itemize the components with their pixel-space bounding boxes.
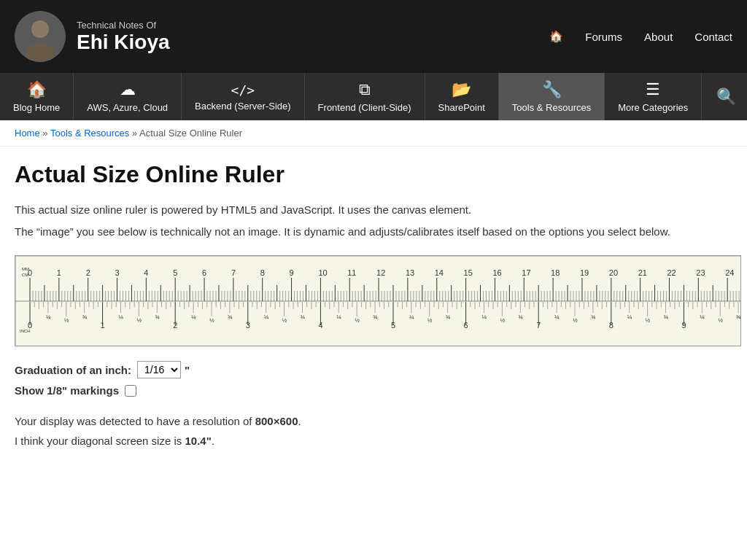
svg-text:1: 1 [101,321,105,330]
svg-text:¾: ¾ [518,314,523,320]
svg-text:¼: ¼ [191,314,196,320]
nav-frontend[interactable]: ⧉ Frontend (Client-Side) [305,73,425,120]
svg-text:¼: ¼ [482,314,487,320]
nav-more-categories[interactable]: ☰ More Categories [605,73,702,120]
svg-text:3: 3 [115,268,120,277]
nav-blog-home-label: Blog Home [13,102,60,113]
svg-text:0: 0 [28,268,32,277]
graduation-row: Graduation of an inch: 1/2 1/4 1/8 1/16 … [15,361,722,378]
svg-text:11: 11 [347,268,356,277]
nav-sharepoint[interactable]: 📂 SharePoint [425,73,499,120]
svg-text:17: 17 [522,268,530,277]
svg-text:5: 5 [391,321,395,330]
diagonal-text: I think your diagonal screen size is [15,435,185,447]
svg-text:22: 22 [667,268,676,277]
svg-text:¾: ¾ [373,314,378,320]
svg-text:½: ½ [64,317,69,324]
graduation-label: Graduation of an inch: [15,364,131,376]
header-forums-link[interactable]: Forums [585,31,622,43]
resolution-text: Your display was detected to have a reso… [15,415,255,427]
svg-text:¼: ¼ [700,314,705,320]
frontend-icon: ⧉ [359,80,371,99]
svg-text:10: 10 [318,268,327,277]
ruler-svg: MM CM INCH 01234567891011121314151617181… [15,256,741,346]
header-contact-link[interactable]: Contact [694,31,732,43]
breadcrumb-sep1: » [42,128,50,139]
svg-text:23: 23 [696,268,705,277]
svg-text:½: ½ [573,317,578,324]
svg-text:6: 6 [202,268,206,277]
technical-notes-label: Technical Notes Of [77,20,170,31]
svg-text:16: 16 [492,268,501,277]
svg-text:¾: ¾ [591,314,596,320]
avatar [15,11,66,62]
header-about-link[interactable]: About [644,31,673,43]
svg-text:8: 8 [260,268,265,277]
page-title: Actual Size Online Ruler [15,161,722,188]
svg-text:¾: ¾ [82,314,88,320]
header-nav: 🏠 Forums About Contact [549,30,732,43]
nav-frontend-label: Frontend (Client-Side) [318,102,411,113]
svg-text:8: 8 [609,321,614,330]
svg-text:¾: ¾ [228,314,233,320]
breadcrumb-tools[interactable]: Tools & Resources [50,128,129,139]
svg-text:½: ½ [718,317,723,324]
nav-aws-label: AWS, Azure, Cloud [87,102,168,113]
show-markings-checkbox[interactable] [125,385,136,397]
svg-text:¼: ¼ [119,314,124,320]
svg-text:½: ½ [500,317,505,324]
svg-text:18: 18 [551,268,560,277]
svg-text:4: 4 [318,321,322,330]
svg-text:½: ½ [646,317,651,324]
search-button[interactable]: 🔍 [705,73,747,120]
nav-backend[interactable]: </> Backend (Server-Side) [182,73,305,120]
aws-icon: ☁ [120,80,136,99]
resolution-line: Your display was detected to have a reso… [15,411,722,431]
svg-text:¾: ¾ [736,314,741,320]
ruler-container: MM CM INCH 01234567891011121314151617181… [15,255,741,346]
svg-text:13: 13 [406,268,414,277]
svg-text:14: 14 [435,268,444,277]
nav-aws-azure-cloud[interactable]: ☁ AWS, Azure, Cloud [74,73,182,120]
backend-icon: </> [231,82,255,98]
svg-text:0: 0 [28,321,32,330]
nav-tools-label: Tools & Resources [512,102,591,113]
tools-icon: 🔧 [542,80,562,99]
breadcrumb-home[interactable]: Home [15,128,40,139]
svg-text:19: 19 [580,268,589,277]
sharepoint-icon: 📂 [452,80,471,99]
svg-point-1 [31,20,49,38]
resolution-value: 800×600 [255,415,298,427]
svg-text:9: 9 [290,268,294,277]
svg-text:7: 7 [536,321,541,330]
site-title: Technical Notes Of Ehi Kioya [77,20,170,54]
show-markings-label: Show 1/8" markings [15,384,119,397]
svg-text:½: ½ [427,317,433,324]
svg-text:12: 12 [376,268,385,277]
site-header: Technical Notes Of Ehi Kioya 🏠 Forums Ab… [0,0,747,73]
header-home-link[interactable]: 🏠 [549,30,563,43]
more-icon: ☰ [646,80,660,99]
show-markings-row: Show 1/8" markings [15,384,722,397]
nav-sharepoint-label: SharePoint [438,102,485,113]
nav-tools-resources[interactable]: 🔧 Tools & Resources [499,73,605,120]
svg-text:¾: ¾ [446,314,451,320]
graduation-select[interactable]: 1/2 1/4 1/8 1/16 1/32 [137,361,181,378]
nav-blog-home[interactable]: 🏠 Blog Home [0,73,74,120]
svg-text:¼: ¼ [409,314,414,320]
main-nav: 🏠 Blog Home ☁ AWS, Azure, Cloud </> Back… [0,73,747,120]
svg-text:½: ½ [355,317,360,324]
svg-text:20: 20 [609,268,618,277]
svg-text:21: 21 [638,268,647,277]
breadcrumb: Home » Tools & Resources » Actual Size O… [0,120,747,147]
svg-text:15: 15 [464,268,473,277]
svg-text:¼: ¼ [554,314,560,320]
svg-text:¾: ¾ [155,314,160,320]
diagonal-period: . [212,435,214,447]
svg-text:4: 4 [144,268,148,277]
svg-text:¾: ¾ [301,314,306,320]
description-2: The “image” you see below is technically… [15,223,722,241]
nav-more-label: More Categories [618,102,688,113]
svg-text:¾: ¾ [664,314,669,320]
breadcrumb-sep2: » [132,128,139,139]
